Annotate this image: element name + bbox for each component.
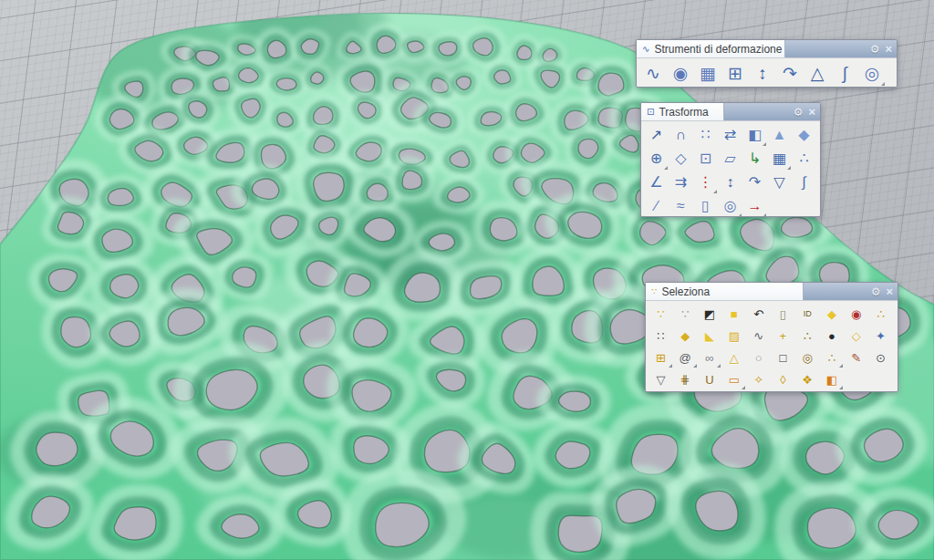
invert-selection-button[interactable]: ◩ (698, 303, 722, 325)
select-polysurfaces-button[interactable]: ◆ (673, 325, 698, 347)
select-blocks-button[interactable]: □ (771, 347, 795, 368)
mirror-icon: ▲ (773, 128, 787, 142)
bend-icon: ↷ (749, 175, 761, 190)
twist-button[interactable]: ∿ (639, 60, 667, 87)
array-linear-button[interactable]: ⋮ (693, 171, 718, 194)
project-to-surface-icon: ▱ (724, 151, 735, 166)
selection-filter-button[interactable]: ▽ (649, 368, 673, 390)
flow-surface-button[interactable]: ◎ (718, 194, 742, 217)
select-crate-button[interactable]: ◧ (820, 368, 845, 390)
viewport[interactable]: ∿ Strumenti di deformazione ⚙ × ∿◉▦⊞↕↷△∫… (0, 0, 934, 560)
toolbar-trasforma[interactable]: ⊡ Trasforma ⚙ × ↗∩∷⇄◧▲◆⊕◇⊡▱↳▦∴∠⇉⋮↕↷▽∫∕≈▯… (640, 102, 821, 217)
select-lights-button[interactable]: ✦ (868, 325, 893, 347)
cage-button[interactable]: ▦ (694, 60, 721, 87)
select-by-id-icon: ID (804, 310, 812, 318)
select-chains-icon: ∞ (705, 352, 713, 364)
mirror-button[interactable]: ▲ (767, 123, 792, 147)
soft-edit-button[interactable]: ◉ (667, 60, 694, 87)
move-arc-button[interactable]: ∩ (669, 123, 693, 147)
undo-selection-button[interactable]: ↶ (746, 303, 771, 325)
select-zoom-button[interactable]: ⊙ (868, 347, 893, 368)
select-last-icon: ▯ (780, 308, 786, 320)
array-curve-button[interactable]: ⇉ (669, 171, 693, 194)
toolbar-trasforma-tab[interactable]: ⊡ Trasforma (641, 103, 723, 120)
select-radial-button[interactable]: ◎ (795, 347, 820, 368)
slant-button[interactable]: ∕ (644, 194, 669, 217)
orient-3d-button[interactable]: ⊕ (644, 147, 669, 171)
toolbar-seleziona[interactable]: ∵ Seleziona ⚙ × ∵∵◩■↶▯ID◆◉∴∷◆◣▨∿+∴●◇✦⊞@∞… (645, 282, 898, 392)
select-by-color-button[interactable]: ◉ (844, 303, 868, 325)
select-control-points-button[interactable]: + (771, 325, 795, 347)
copy-button[interactable]: ∷ (693, 123, 718, 147)
select-by-id-button[interactable]: ID (795, 303, 820, 325)
select-hatches-button[interactable]: ▨ (721, 325, 746, 347)
select-point-clouds-button[interactable]: ∷ (649, 325, 673, 347)
select-last-button[interactable]: ▯ (771, 303, 795, 325)
select-spheres-icon: ○ (755, 352, 763, 364)
gear-icon[interactable]: ⚙ (871, 286, 881, 297)
select-pyramids-button[interactable]: △ (721, 347, 746, 368)
select-small-objects-button[interactable]: ∴ (868, 303, 893, 325)
select-open-polysurfaces-button[interactable]: ◇ (844, 325, 868, 347)
toolbar-seleziona-tab[interactable]: ∵ Seleziona (646, 283, 803, 300)
copy-in-place-button[interactable]: ⊡ (693, 147, 718, 171)
flow-button[interactable]: ∫ (792, 171, 816, 194)
array-polar-button[interactable]: ∴ (792, 147, 816, 171)
apply-transform-button[interactable]: → (742, 194, 767, 217)
rotate-button[interactable]: ◆ (792, 123, 816, 147)
select-chains-button[interactable]: ∞ (698, 347, 722, 368)
select-keys-icon: ❖ (802, 374, 813, 386)
select-surfaces-button[interactable]: ◣ (698, 325, 722, 347)
select-polysurface-button[interactable]: ◆ (820, 303, 845, 325)
select-fence-button[interactable]: ⋕ (673, 368, 698, 390)
twist-pages-button[interactable]: ▯ (693, 194, 718, 217)
close-icon[interactable]: × (885, 43, 892, 55)
toolbar-seleziona-titlebar[interactable]: ∵ Seleziona ⚙ × (646, 283, 898, 301)
select-spheres-button[interactable]: ○ (746, 347, 771, 368)
flow-along-surface-button[interactable]: ◎ (858, 60, 886, 87)
box-edit-button[interactable]: ◧ (742, 123, 767, 147)
select-curves-button[interactable]: ∿ (746, 325, 771, 347)
taper-button[interactable]: △ (804, 60, 831, 87)
shear-button[interactable]: ∠ (644, 171, 669, 194)
select-open-polysurfaces-icon: ◇ (852, 330, 861, 342)
taper-button[interactable]: ▽ (767, 171, 792, 194)
select-blocks-icon: □ (779, 352, 786, 364)
select-duplicates-button[interactable]: ∴ (820, 347, 845, 368)
flow-button[interactable]: ∫ (831, 60, 858, 87)
close-icon[interactable]: × (808, 106, 815, 118)
toolbar-deformation-titlebar[interactable]: ∿ Strumenti di deformazione ⚙ × (637, 40, 897, 58)
orient-3point-button[interactable]: ↳ (742, 147, 767, 171)
orient-on-surface-button[interactable]: ◇ (669, 147, 693, 171)
close-icon[interactable]: × (886, 285, 893, 297)
select-volume-button[interactable]: U (698, 368, 722, 390)
stretch-button[interactable]: ↕ (718, 171, 742, 194)
select-meshes-button[interactable]: ● (820, 325, 845, 347)
stretch-button[interactable]: ↕ (749, 60, 776, 87)
bend-button[interactable]: ↷ (742, 171, 767, 194)
ripple-button[interactable]: ≈ (669, 194, 693, 217)
select-key-button[interactable]: ✧ (746, 368, 771, 390)
gear-icon[interactable]: ⚙ (870, 44, 880, 55)
cage-edit-button[interactable]: ⊞ (721, 60, 749, 87)
deselect-points-button[interactable]: ∵ (673, 303, 698, 325)
mirror-copy-button[interactable]: ⇄ (718, 123, 742, 147)
project-to-surface-button[interactable]: ▱ (718, 147, 742, 171)
bend-button[interactable]: ↷ (776, 60, 804, 87)
select-brush-button[interactable]: ✎ (844, 347, 868, 368)
toolbar-trasforma-controls: ⚙ × (723, 103, 820, 120)
select-keys-button[interactable]: ❖ (795, 368, 820, 390)
select-window-box-button[interactable]: ▭ (721, 368, 746, 390)
select-mesh-faces-button[interactable]: ⊞ (649, 347, 673, 368)
select-tag-button[interactable]: ◊ (771, 368, 795, 390)
gear-icon[interactable]: ⚙ (794, 107, 804, 118)
toolbar-trasforma-titlebar[interactable]: ⊡ Trasforma ⚙ × (641, 103, 820, 121)
array-rect-button[interactable]: ▦ (767, 147, 792, 171)
move-button[interactable]: ↗ (644, 123, 669, 147)
select-points-button[interactable]: ∵ (649, 303, 673, 325)
select-color-groups-button[interactable]: ∴ (795, 325, 820, 347)
select-all-button[interactable]: ■ (721, 303, 746, 325)
select-spirals-button[interactable]: @ (673, 347, 698, 368)
toolbar-deformation-tab[interactable]: ∿ Strumenti di deformazione (637, 40, 784, 57)
toolbar-deformation[interactable]: ∿ Strumenti di deformazione ⚙ × ∿◉▦⊞↕↷△∫… (636, 39, 898, 88)
